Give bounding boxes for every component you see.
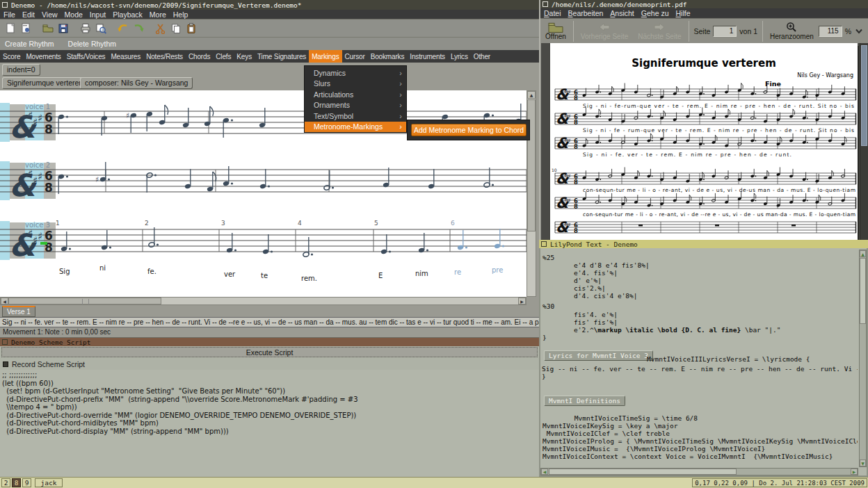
menu-view[interactable]: View xyxy=(38,10,61,19)
taskbar-window-jack[interactable]: jack xyxy=(35,478,63,487)
create-rhythm-button[interactable]: Create Rhythm xyxy=(5,40,54,48)
scroll-right-icon[interactable]: ▶ xyxy=(851,469,858,475)
pdf-document-area[interactable]: Signiferumque verteremNils Gey - Wargsan… xyxy=(541,43,868,240)
menu-help[interactable]: Help xyxy=(170,10,192,19)
delete-rhythm-button[interactable]: Delete Rhythm xyxy=(68,40,116,48)
composer-button[interactable]: composer: Nils Gey - Wargsang xyxy=(80,77,193,89)
menu-clefs[interactable]: Clefs xyxy=(213,50,234,63)
menu-file[interactable]: File xyxy=(0,10,19,19)
score-hscrollbar[interactable]: ◀ ▶ xyxy=(0,297,527,305)
menu-more[interactable]: More xyxy=(146,10,170,19)
menu-other[interactable]: Other xyxy=(471,50,493,63)
pdf-titlebar[interactable]: /home/nils/.denemo/denemoprint.pdf xyxy=(540,0,868,8)
chevron-down-icon[interactable] xyxy=(854,25,864,38)
menu-staffs-voices[interactable]: Staffs/Voices xyxy=(64,50,108,63)
mvmnt-definitions-button[interactable]: MvmntI Definitions xyxy=(544,396,625,406)
toolbar-separator xyxy=(762,21,763,42)
scheme-code-area[interactable]: ;; ;;;;;;;;;;;;(let ((bpm 60)) (set! bpm… xyxy=(0,370,539,477)
menu-mode[interactable]: Mode xyxy=(61,10,86,19)
open-button[interactable]: Öffnen xyxy=(540,19,571,43)
cut-icon[interactable] xyxy=(153,21,168,36)
lyrics-editor-line[interactable]: Sig -- ni -- fe. ver -- te -- rem. E -- … xyxy=(0,317,539,327)
menu-instruments[interactable]: Instruments xyxy=(407,50,448,63)
menu-keys[interactable]: Keys xyxy=(234,50,255,63)
pdf-page: Signiferumque verteremNils Gey - Wargsan… xyxy=(541,43,859,240)
pdf-menu-bearbeiten[interactable]: Bearbeiten xyxy=(565,8,607,18)
menu-markings[interactable]: Markings xyxy=(309,50,341,63)
svg-text:8: 8 xyxy=(574,179,578,186)
pdf-vscrollbar[interactable] xyxy=(860,43,868,240)
indent-button[interactable]: indent=0 xyxy=(2,64,40,76)
menu-item-slurs[interactable]: Slurs› xyxy=(305,79,406,90)
lilypond-vscrollbar[interactable]: ▲ ▼ xyxy=(859,250,867,467)
lilypond-hscrollbar[interactable]: ◀ ▶ xyxy=(540,468,858,475)
zoom-value-input[interactable]: 115 xyxy=(819,26,842,37)
scroll-down-icon[interactable]: ▼ xyxy=(860,459,866,466)
copy-icon[interactable] xyxy=(168,21,184,36)
window-icon xyxy=(2,2,8,8)
previous-page-button[interactable]: Vorherige Seite xyxy=(576,19,633,43)
next-page-button[interactable]: Nächste Seite xyxy=(633,19,686,43)
save-icon[interactable] xyxy=(56,21,71,36)
scroll-right-icon[interactable]: ▶ xyxy=(518,298,526,304)
new-icon[interactable] xyxy=(3,21,18,36)
page-number-input[interactable]: 1 xyxy=(713,26,737,37)
menu-item-ornaments[interactable]: Ornaments› xyxy=(305,100,406,111)
workspace-button-2[interactable]: 2 xyxy=(1,478,10,487)
menu-notes-rests[interactable]: Notes/Rests xyxy=(143,50,186,63)
menu-lyrics[interactable]: Lyrics xyxy=(448,50,471,63)
menu-movements[interactable]: Movements xyxy=(23,50,63,63)
svg-text:con-sequn-tur me - li - o - re: con-sequn-tur me - li - o - re-ant, vi -… xyxy=(583,211,855,218)
record-script-checkbox[interactable] xyxy=(3,361,8,367)
print-icon[interactable] xyxy=(78,21,93,36)
menu-cursor[interactable]: Cursor xyxy=(342,50,368,63)
lilypond-text-area[interactable]: %25e'4 d'8 e'4 fis'8%|e'4. fis'%|d' e'%|… xyxy=(540,250,858,467)
undo-icon[interactable] xyxy=(115,21,131,36)
pdf-menu-hilfe[interactable]: Hilfe xyxy=(673,8,694,18)
score-hscroll-thumb[interactable] xyxy=(8,298,161,304)
menu-time-signatures[interactable]: Time Signatures xyxy=(255,50,309,63)
lilypond-titlebar[interactable]: LilyPond Text - Denemo xyxy=(539,240,868,248)
execute-script-button[interactable]: Execute Script xyxy=(1,347,538,357)
denemo-menubar: FileEditViewModeInputPlaybackMoreHelp xyxy=(0,10,539,19)
scroll-left-icon[interactable]: ◀ xyxy=(541,469,548,475)
scheme-titlebar[interactable]: Denemo Scheme Script xyxy=(0,338,539,346)
print-preview-icon[interactable] xyxy=(93,21,108,36)
menu-input[interactable]: Input xyxy=(86,10,109,19)
scroll-up-icon[interactable]: ▲ xyxy=(527,91,536,99)
menu-item-dynamics[interactable]: Dynamics› xyxy=(305,67,406,79)
workspace-button-8[interactable]: 8 xyxy=(12,478,21,487)
pdf-menu-ansicht[interactable]: Ansicht xyxy=(606,8,637,18)
menu-score[interactable]: Score xyxy=(0,50,23,63)
menu-chords[interactable]: Chords xyxy=(186,50,213,63)
open-icon[interactable] xyxy=(40,21,56,36)
lily-vscroll-thumb[interactable] xyxy=(860,258,866,324)
lily-hscroll-thumb[interactable] xyxy=(549,469,737,475)
pdf-menu-gehezu[interactable]: Gehe zu xyxy=(638,8,673,18)
new-wizard-icon[interactable] xyxy=(18,21,33,36)
pdf-menu-datei[interactable]: Datei xyxy=(540,8,565,18)
menu-measures[interactable]: Measures xyxy=(108,50,143,63)
menu-item-text-symbol[interactable]: Text/Symbol› xyxy=(305,111,406,122)
menu-item-articulations[interactable]: Articulations› xyxy=(305,89,406,100)
metronome-submenu: Add Metronome Marking to Chord xyxy=(407,120,530,140)
svg-text:8: 8 xyxy=(45,181,53,195)
lyrics-for-voice3-button[interactable]: Lyrics for MvmntI Voice 3 xyxy=(544,350,653,361)
scroll-up-icon[interactable]: ▲ xyxy=(860,250,866,257)
denemo-titlebar[interactable]: Denemo - /home/nils/wacost-svn/denemo/20… xyxy=(0,0,539,10)
menu-playback[interactable]: Playback xyxy=(109,10,146,19)
workspace-button-9[interactable]: 9 xyxy=(22,478,31,487)
menu-edit[interactable]: Edit xyxy=(19,10,38,19)
add-metronome-marking-item[interactable]: Add Metronome Marking to Chord xyxy=(411,124,527,136)
menu-item-metronome-markings[interactable]: Metronome-Markings› xyxy=(305,122,406,133)
zoom-in-button[interactable]: Heranzoomen xyxy=(765,19,819,43)
pdf-vscroll-thumb[interactable] xyxy=(861,45,867,146)
scroll-left-icon[interactable]: ◀ xyxy=(1,298,8,304)
tab-verse-1[interactable]: Verse 1 xyxy=(2,306,35,317)
paste-icon[interactable] xyxy=(184,21,199,36)
menu-bookmarks[interactable]: Bookmarks xyxy=(368,50,408,63)
svg-text:1: 1 xyxy=(56,220,60,227)
score-title-button[interactable]: Signiferumque verterem xyxy=(2,77,90,89)
redo-icon[interactable] xyxy=(131,21,146,36)
denemo-toolbar xyxy=(0,19,539,37)
